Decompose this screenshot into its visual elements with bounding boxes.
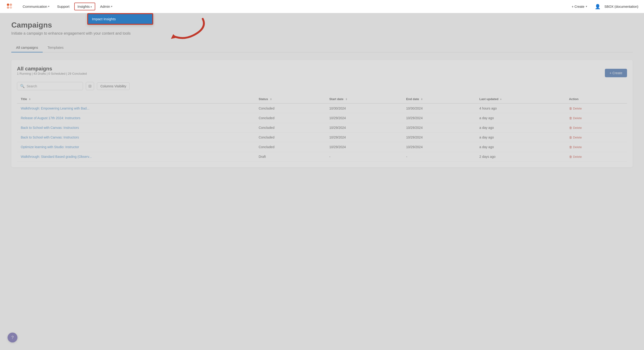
col-title[interactable]: Title ⇕ [17,95,255,103]
campaign-link[interactable]: Walkthrough: Standard Based grading (Obs… [21,155,92,159]
tab-all-campaigns[interactable]: All campaigns [11,43,43,52]
user-icon[interactable]: 👤 [595,4,601,9]
tab-templates[interactable]: Templates [43,43,68,52]
cell-status: Concluded [255,133,326,142]
cell-last-updated: 2 days ago [476,152,565,162]
cell-start-date: 10/29/2024 [326,142,402,152]
delete-button[interactable]: 🗑 Delete [569,145,582,149]
col-last-updated[interactable]: Last updated ▾ [476,95,565,103]
table-row: Walkthrough: Standard Based grading (Obs… [17,152,627,162]
campaign-link[interactable]: Walkthrough: Empowering Learning with Ba… [21,106,89,110]
cell-status: Concluded [255,123,326,133]
table-row: Back to School with Canvas: Instructors … [17,123,627,133]
campaign-link[interactable]: Back to School with Canvas: Instructors [21,126,79,130]
columns-visibility-button[interactable]: Columns Visibility [97,82,130,90]
main-content: Campaigns Initiate a campaign to enhance… [0,13,644,350]
delete-button[interactable]: 🗑 Delete [569,126,582,130]
filter-icon: ⊟ [88,84,92,88]
cell-action: 🗑 Delete [565,133,627,142]
col-start-date[interactable]: Start date ⇕ [326,95,402,103]
sort-icon: ⇕ [270,98,272,101]
campaign-link[interactable]: Back to School with Canvas: Instructors [21,135,79,139]
col-status[interactable]: Status ⇕ [255,95,326,103]
svg-point-2 [7,6,9,9]
cell-start-date: 10/29/2024 [326,123,402,133]
cell-status: Concluded [255,113,326,123]
page-subtitle: Initiate a campaign to enhance engagemen… [11,31,633,35]
delete-label: Delete [573,116,582,120]
cell-last-updated: a day ago [476,142,565,152]
table-header: Title ⇕ Status ⇕ Start date ⇕ End date [17,95,627,103]
cell-end-date: - [402,152,476,162]
svg-point-1 [10,3,12,6]
cell-action: 🗑 Delete [565,142,627,152]
campaigns-title: All campaigns [17,66,87,72]
nav-admin-label: Admin [100,4,110,8]
dropdown-item-impact-insights[interactable]: Impact Insights [88,14,153,24]
nav-insights[interactable]: Insights ▴ [74,2,96,10]
tabs-bar: All campaigns Templates [11,43,633,52]
delete-label: Delete [573,126,582,130]
cell-title: Back to School with Canvas: Instructors [17,133,255,142]
nav-right: + Create ▾ 👤 SBOX (documentation) [568,3,638,10]
delete-button[interactable]: 🗑 Delete [569,107,582,110]
svg-point-3 [10,6,12,9]
sort-icon: ⇕ [29,98,31,101]
trash-icon: 🗑 [569,126,572,130]
delete-label: Delete [573,155,582,159]
cell-action: 🗑 Delete [565,152,627,162]
cell-end-date: 10/29/2024 [402,113,476,123]
cell-start-date: - [326,152,402,162]
trash-icon: 🗑 [569,116,572,120]
cell-start-date: 10/29/2024 [326,113,402,123]
cell-end-date: 10/29/2024 [402,133,476,142]
cell-title: Back to School with Canvas: Instructors [17,123,255,133]
toolbar: 🔍 ⊟ Columns Visibility [17,82,627,90]
filter-button[interactable]: ⊟ [86,82,94,90]
cell-end-date: 10/30/2024 [402,103,476,113]
delete-button[interactable]: 🗑 Delete [569,155,582,159]
cell-last-updated: a day ago [476,133,565,142]
cell-status: Concluded [255,142,326,152]
cell-title: Walkthrough: Standard Based grading (Obs… [17,152,255,162]
table-row: Optimize learning with Studio: Instructo… [17,142,627,152]
table: Title ⇕ Status ⇕ Start date ⇕ End date [17,95,627,162]
campaign-link[interactable]: Optimize learning with Studio: Instructo… [21,145,79,149]
search-input[interactable] [27,84,80,88]
svg-point-0 [7,3,9,6]
search-box: 🔍 [17,82,83,90]
delete-button[interactable]: 🗑 Delete [569,136,582,139]
app-logo[interactable] [6,2,14,11]
table-row: Release of August 17th 2024: Instructors… [17,113,627,123]
impact-insights-label: Impact Insights [92,17,116,21]
cell-last-updated: a day ago [476,123,565,133]
table-body: Walkthrough: Empowering Learning with Ba… [17,103,627,162]
delete-button[interactable]: 🗑 Delete [569,116,582,120]
nav-support[interactable]: Support [54,2,72,10]
trash-icon: 🗑 [569,107,572,110]
cell-end-date: 10/29/2024 [402,123,476,133]
trash-icon: 🗑 [569,136,572,139]
cell-status: Draft [255,152,326,162]
table-row: Walkthrough: Empowering Learning with Ba… [17,103,627,113]
create-campaign-button[interactable]: + Create [605,69,627,77]
nav-communication[interactable]: Communication ▾ [20,2,52,10]
cell-last-updated: a day ago [476,113,565,123]
chevron-down-icon: ▾ [111,5,112,8]
campaigns-stats: 1 Running | 43 Drafts | 0 Scheduled | 29… [17,72,87,75]
trash-icon: 🗑 [569,145,572,149]
cell-title: Release of August 17th 2024: Instructors [17,113,255,123]
org-name: SBOX (documentation) [604,5,638,8]
chevron-up-icon: ▴ [90,5,92,8]
campaign-link[interactable]: Release of August 17th 2024: Instructors [21,116,80,120]
cell-title: Optimize learning with Studio: Instructo… [17,142,255,152]
help-button[interactable]: ? [8,333,18,343]
trash-icon: 🗑 [569,155,572,159]
create-button[interactable]: + Create ▾ [568,3,591,10]
sort-icon: ⇕ [345,98,347,101]
search-icon: 🔍 [20,84,25,88]
col-end-date[interactable]: End date ⇕ [402,95,476,103]
campaigns-header: All campaigns 1 Running | 43 Drafts | 0 … [17,66,627,80]
nav-admin[interactable]: Admin ▾ [97,2,115,10]
sort-icon: ⇕ [421,98,423,101]
